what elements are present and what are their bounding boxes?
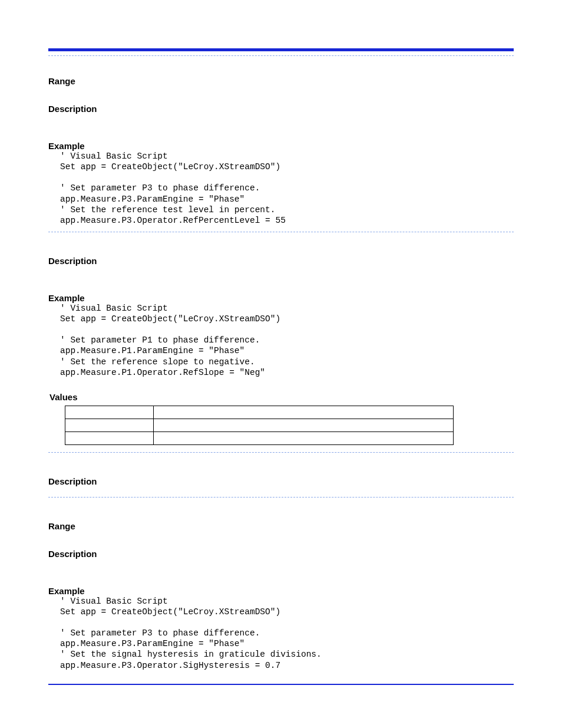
section-2: Description Example ' Visual Basic Scrip…: [48, 232, 514, 445]
section-1: Range Description Example ' Visual Basic…: [48, 56, 514, 226]
heading-range: Range: [48, 76, 514, 86]
section-4: Range Description Example ' Visual Basic…: [48, 498, 514, 671]
section-3: Description: [48, 453, 514, 486]
table-cell: [65, 431, 154, 444]
table-cell: [154, 419, 454, 431]
table-row: [65, 406, 454, 419]
code-block-2: ' Visual Basic Script Set app = CreateOb…: [48, 303, 514, 378]
heading-example: Example: [48, 141, 514, 151]
page-content: Range Description Example ' Visual Basic…: [48, 54, 514, 671]
table-cell: [65, 406, 154, 419]
heading-values: Values: [48, 392, 514, 402]
heading-description: Description: [48, 476, 514, 486]
heading-range: Range: [48, 521, 514, 531]
heading-example: Example: [48, 586, 514, 596]
heading-description: Description: [48, 549, 514, 559]
table-cell: [65, 419, 154, 431]
values-table: [65, 406, 454, 445]
table-cell: [154, 431, 454, 444]
footer-rule: [48, 684, 514, 685]
heading-description: Description: [48, 256, 514, 266]
table-row: [65, 431, 454, 444]
heading-description: Description: [48, 104, 514, 114]
code-block-1: ' Visual Basic Script Set app = CreateOb…: [48, 151, 514, 226]
heading-example: Example: [48, 293, 514, 303]
table-row: [65, 419, 454, 431]
header-rule: [48, 48, 514, 51]
code-block-3: ' Visual Basic Script Set app = CreateOb…: [48, 596, 514, 671]
table-cell: [154, 406, 454, 419]
